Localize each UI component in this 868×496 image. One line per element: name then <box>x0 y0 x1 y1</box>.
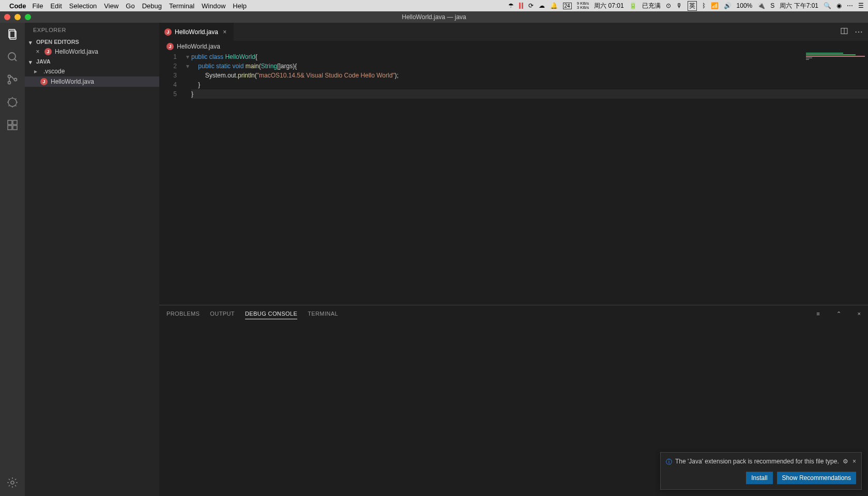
status-wechat-icon[interactable]: ☁ <box>539 2 545 9</box>
menu-debug[interactable]: Debug <box>142 2 162 10</box>
notification-gear-icon[interactable]: ⚙ <box>843 458 848 465</box>
breadcrumb[interactable]: J HelloWorld.java <box>159 41 868 52</box>
search-icon[interactable] <box>5 50 20 64</box>
panel-tabs: PROBLEMS OUTPUT DEBUG CONSOLE TERMINAL ≡… <box>159 305 868 322</box>
java-file-icon: J <box>164 28 172 36</box>
fold-gutter[interactable]: ▾▾ <box>184 52 191 305</box>
svg-point-3 <box>8 75 11 78</box>
editor-tabs: J HelloWorld.java × ⋯ <box>159 23 868 41</box>
folder-label: .vscode <box>43 68 65 75</box>
bluetooth-icon[interactable]: ᛒ <box>702 2 706 9</box>
window-title: HelloWorld.java — java <box>402 13 466 21</box>
power-text: 已充满 <box>642 2 661 10</box>
status-sync-icon[interactable]: ⟳ <box>528 2 534 9</box>
file-label: HelloWorld.java <box>51 78 94 85</box>
tab-label: HelloWorld.java <box>175 28 218 36</box>
settings-gear-icon[interactable] <box>5 475 20 490</box>
svg-rect-9 <box>8 126 12 130</box>
status-icon-2[interactable]: 🎙 <box>676 2 682 9</box>
input-method-icon[interactable]: 英 <box>688 1 697 11</box>
close-panel-icon[interactable]: × <box>858 311 861 317</box>
code-editor[interactable]: 1 2 3 4 5 ▾▾ public class HelloWorld{ pu… <box>159 52 868 305</box>
file-item-helloworld[interactable]: J HelloWorld.java <box>25 76 159 87</box>
status-umbrella-icon[interactable]: ☂ <box>508 2 514 9</box>
line-numbers: 1 2 3 4 5 <box>159 52 184 305</box>
explorer-icon[interactable] <box>5 27 20 41</box>
install-button[interactable]: Install <box>746 472 772 484</box>
open-editor-label: HelloWorld.java <box>55 48 98 55</box>
status-net: 9 KB/s3 KB/s <box>577 2 589 10</box>
maximize-panel-icon[interactable]: ⌃ <box>836 311 841 317</box>
svg-point-6 <box>8 98 17 106</box>
java-file-icon: J <box>40 78 48 85</box>
filter-icon[interactable]: ≡ <box>816 311 819 317</box>
chevron-down-icon: ▾ <box>29 39 34 44</box>
notification-toast: ⓘ The 'Java' extension pack is recommend… <box>660 452 862 490</box>
panel-tab-debug-console[interactable]: DEBUG CONSOLE <box>245 308 297 319</box>
close-icon[interactable]: × <box>34 48 41 55</box>
minimize-window-button[interactable] <box>14 14 21 20</box>
svg-rect-7 <box>8 120 12 125</box>
menu-terminal[interactable]: Terminal <box>169 2 194 10</box>
menu-go[interactable]: Go <box>126 2 134 10</box>
menu-view[interactable]: View <box>104 2 118 10</box>
panel-tab-problems[interactable]: PROBLEMS <box>166 308 200 319</box>
source-control-icon[interactable] <box>5 72 20 87</box>
svg-point-2 <box>8 53 16 60</box>
breadcrumb-label: HelloWorld.java <box>177 43 220 50</box>
extensions-icon[interactable] <box>5 118 20 132</box>
status-icon-1[interactable]: ⊙ <box>666 2 671 9</box>
power-icon[interactable]: 🔋 <box>629 2 637 9</box>
chevron-down-icon: ▾ <box>29 59 34 64</box>
code-content[interactable]: public class HelloWorld{ public static v… <box>191 52 868 305</box>
status-mic-icon[interactable] <box>519 3 523 9</box>
svg-point-4 <box>8 82 11 84</box>
menu-selection[interactable]: Selection <box>69 2 97 10</box>
siri-icon[interactable]: ◉ <box>836 2 842 9</box>
more-icon[interactable]: ⋯ <box>847 2 853 9</box>
mac-menubar: Code File Edit Selection View Go Debug T… <box>0 0 868 11</box>
java-file-icon: J <box>44 48 52 55</box>
info-icon: ⓘ <box>666 458 672 467</box>
zoom-window-button[interactable] <box>25 14 31 20</box>
folder-item-vscode[interactable]: ▸ .vscode <box>25 66 159 76</box>
status-bell-icon[interactable]: 🔔 <box>550 2 558 9</box>
java-file-icon: J <box>166 43 174 50</box>
menu-edit[interactable]: Edit <box>50 2 62 10</box>
split-editor-icon[interactable] <box>840 27 848 37</box>
status-date-left: 周六 07:01 <box>594 2 623 10</box>
close-tab-icon[interactable]: × <box>221 28 229 36</box>
vscode-window: HelloWorld.java — java EXPLORER ▾ OPEN E… <box>0 11 868 496</box>
status-calendar[interactable]: 24 <box>563 3 572 9</box>
svg-rect-8 <box>13 120 17 125</box>
tab-helloworld[interactable]: J HelloWorld.java × <box>159 23 234 41</box>
close-window-button[interactable] <box>4 14 10 20</box>
notification-close-icon[interactable]: × <box>852 458 856 465</box>
volume-icon[interactable]: 🔊 <box>724 2 732 9</box>
menu-window[interactable]: Window <box>202 2 225 10</box>
explorer-title: EXPLORER <box>25 23 159 37</box>
show-recommendations-button[interactable]: Show Recommendations <box>777 472 856 484</box>
menu-help[interactable]: Help <box>233 2 247 10</box>
sogou-icon[interactable]: S <box>770 2 774 9</box>
battery-icon[interactable]: 🔌 <box>757 2 765 9</box>
chevron-right-icon: ▸ <box>34 68 39 75</box>
more-actions-icon[interactable]: ⋯ <box>855 27 863 37</box>
wifi-icon[interactable]: 📶 <box>711 2 719 9</box>
activity-bar <box>0 23 25 496</box>
svg-point-11 <box>11 481 14 484</box>
status-date-right: 周六 下午7:01 <box>780 2 818 10</box>
open-editors-section[interactable]: ▾ OPEN EDITORS <box>25 37 159 47</box>
spotlight-icon[interactable]: 🔍 <box>824 2 831 9</box>
debug-icon[interactable] <box>5 95 20 110</box>
traffic-lights <box>4 14 31 20</box>
notification-center-icon[interactable]: ☰ <box>858 2 864 9</box>
panel-tab-output[interactable]: OUTPUT <box>210 308 235 319</box>
menu-file[interactable]: File <box>33 2 43 10</box>
app-name[interactable]: Code <box>9 2 26 10</box>
folder-section[interactable]: ▾ JAVA <box>25 57 159 66</box>
svg-rect-10 <box>13 126 17 130</box>
window-titlebar: HelloWorld.java — java <box>0 11 868 23</box>
panel-tab-terminal[interactable]: TERMINAL <box>308 308 338 319</box>
open-editor-item[interactable]: × J HelloWorld.java <box>25 47 159 57</box>
